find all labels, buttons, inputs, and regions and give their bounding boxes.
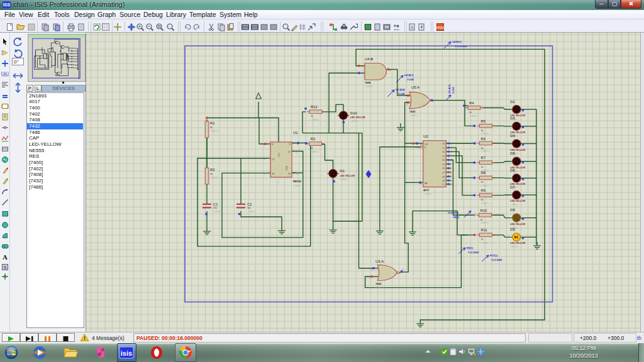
svg-text:1: 1 (402, 268, 404, 271)
svg-text:7: 7 (296, 151, 297, 154)
svg-text:<TEXT>: <TEXT> (311, 119, 319, 121)
svg-text:O8: O8 (442, 176, 445, 178)
svg-text:R8: R8 (481, 171, 486, 175)
svg-text:R12: R12 (311, 105, 318, 109)
svg-text:R6: R6 (481, 137, 486, 141)
svg-text:1: 1 (451, 163, 452, 166)
svg-text:5: 5 (451, 167, 452, 170)
svg-text:8: 8 (278, 138, 279, 140)
svg-text:C1: C1 (213, 202, 218, 206)
svg-text:7408: 7408 (365, 81, 371, 84)
svg-text:E: E (425, 146, 426, 149)
svg-text:10: 10 (451, 159, 453, 162)
svg-text:<TEXT>: <TEXT> (365, 85, 374, 88)
svg-text:V=5M: V=5M (407, 78, 414, 81)
svg-text:R9: R9 (481, 189, 486, 192)
svg-text:NE555: NE555 (293, 180, 301, 183)
svg-text:LBL: LBL (3, 72, 8, 76)
svg-text:7432: 7432 (409, 110, 416, 113)
svg-text:-: - (278, 180, 279, 184)
svg-text:6: 6 (390, 69, 391, 72)
svg-text:!: ! (84, 335, 86, 341)
svg-text:U1: U1 (293, 131, 298, 134)
svg-text:O3: O3 (442, 155, 445, 158)
svg-text:<TEXT>: <TEXT> (423, 193, 432, 195)
svg-text:1k: 1k (311, 147, 313, 150)
svg-text:D2: D2 (510, 100, 514, 104)
svg-text:3: 3 (369, 277, 370, 279)
svg-text:10u: 10u (213, 207, 217, 209)
svg-text:V=2.2876: V=2.2876 (448, 211, 459, 214)
svg-text:<TEXT>: <TEXT> (247, 211, 256, 213)
svg-text:D9: D9 (510, 228, 514, 231)
svg-text:D10: D10 (350, 111, 357, 115)
svg-text:D1: D1 (340, 169, 345, 173)
svg-text:9: 9 (451, 175, 452, 178)
svg-text:D5: D5 (510, 151, 514, 155)
svg-text:V=5M: V=5M (398, 92, 405, 96)
svg-text:R9(1): R9(1) (467, 246, 474, 250)
svg-text:7402: 7402 (375, 282, 382, 285)
svg-text:GND: GND (286, 165, 288, 170)
svg-text:1: 1 (433, 100, 434, 102)
svg-text:1k: 1k (481, 181, 484, 184)
svg-text:CLK: CLK (425, 143, 428, 146)
svg-text:<TEXT>: <TEXT> (340, 178, 348, 181)
svg-text:1k: 1k (481, 129, 484, 132)
svg-text:10u: 10u (247, 207, 251, 209)
svg-text:VCC: VCC (278, 153, 280, 157)
svg-text:R11: R11 (481, 228, 487, 232)
svg-text:A: A (3, 253, 8, 261)
svg-text:O1: O1 (442, 147, 445, 150)
svg-text:Q: Q (289, 143, 291, 145)
svg-text:TH: TH (288, 173, 291, 175)
svg-text:LED-YELLOW: LED-YELLOW (510, 149, 525, 151)
svg-text:D4: D4 (510, 134, 515, 138)
svg-text:R2: R2 (210, 168, 214, 172)
svg-text:LED-YELLOW: LED-YELLOW (510, 223, 525, 226)
svg-text:6: 6 (297, 173, 298, 175)
svg-text:1k: 1k (481, 238, 484, 241)
svg-text:U5:A: U5:A (411, 85, 419, 89)
svg-text:O9: O9 (442, 180, 445, 182)
svg-text:1k: 1k (481, 199, 484, 201)
svg-text:5: 5 (362, 73, 363, 75)
svg-text:<TEXT>: <TEXT> (350, 120, 358, 123)
svg-text:LED-YELLOW: LED-YELLOW (510, 200, 525, 202)
svg-text:<TEXT>: <TEXT> (469, 115, 478, 118)
svg-text:R11(1): R11(1) (490, 254, 498, 257)
svg-text:U4:B(Y): U4:B(Y) (452, 40, 462, 43)
svg-text:6: 6 (451, 172, 452, 174)
svg-text:D8: D8 (510, 208, 514, 212)
svg-text:12: 12 (451, 184, 453, 186)
svg-text:R10: R10 (480, 209, 487, 212)
svg-text:<TEXT>: <TEXT> (210, 130, 219, 133)
svg-text:O8(1): O8(1) (453, 216, 460, 219)
svg-text:<TEXT>: <TEXT> (481, 202, 490, 205)
svg-text:1k: 1k (469, 111, 472, 114)
svg-text:<TEXT>: <TEXT> (480, 222, 489, 224)
svg-text:1k: 1k (311, 115, 313, 118)
svg-text:O2: O2 (442, 151, 445, 153)
svg-text:<TEXT>: <TEXT> (375, 287, 384, 289)
svg-text:5k: 5k (210, 173, 213, 175)
svg-text:U4:B(Y): U4:B(Y) (404, 74, 414, 77)
svg-text:11: 11 (451, 180, 453, 182)
svg-text:<TEXT>: <TEXT> (409, 114, 418, 117)
svg-text:O4: O4 (442, 159, 445, 162)
svg-text:V=5M: V=5M (452, 87, 455, 94)
svg-text:14: 14 (420, 143, 423, 146)
svg-text:V=3.2642: V=3.2642 (468, 251, 479, 254)
svg-text:<TEXT>: <TEXT> (481, 185, 490, 187)
svg-text:V=3.2642: V=3.2642 (491, 258, 502, 261)
svg-text:1k: 1k (481, 166, 484, 168)
svg-text:2: 2 (371, 268, 372, 271)
svg-text:ARES: ARES (436, 26, 445, 30)
svg-text:U5:A(A): U5:A(A) (396, 88, 406, 91)
svg-text:13: 13 (418, 146, 421, 149)
svg-text:5k: 5k (210, 126, 213, 129)
svg-text:4: 4 (362, 65, 363, 68)
svg-text:4017: 4017 (423, 189, 430, 192)
svg-text:<TEXT>: <TEXT> (293, 185, 302, 187)
svg-text:LED-YELLOW: LED-YELLOW (350, 116, 365, 119)
